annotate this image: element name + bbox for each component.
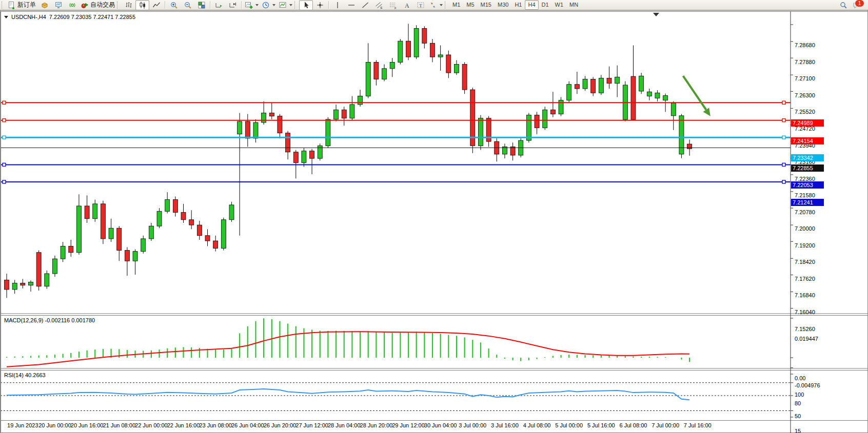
line-drag-handle[interactable] [782,163,785,166]
symbol-dropdown-icon[interactable] [4,16,8,18]
auto-trading-icon [81,1,89,9]
chart-shift-marker[interactable] [653,13,659,16]
candle-body [462,65,467,90]
timeframe-button-h4[interactable]: H4 [525,0,538,10]
zoom-out-icon [184,1,192,9]
signals-button[interactable] [65,0,79,10]
candle-body [342,110,346,118]
periods-button[interactable] [260,0,277,10]
chart-title: USDCNH-,H4 7.22609 7.23035 7.22471 7.228… [4,14,135,20]
time-axis-label: 21 Jun 08:00 [103,422,135,428]
toolbar-grip[interactable] [117,2,120,9]
zoom-out-button[interactable] [181,0,194,10]
text-icon: A [403,1,411,9]
time-axis-label: 5 Jul 16:00 [587,422,615,428]
notification-badge[interactable]: 1 [855,0,864,7]
bar-chart-type-button[interactable] [122,0,135,10]
line-drag-handle[interactable] [782,136,785,139]
vertical-line-tool-button[interactable] [330,0,344,10]
candle-body [245,121,250,138]
notifications-button[interactable]: 1 [850,0,864,10]
line-drag-handle[interactable] [3,101,6,104]
toolbar-grip[interactable] [294,2,298,9]
candle-body [438,55,443,57]
tile-windows-button[interactable] [194,0,208,10]
toolbar-grip[interactable] [445,2,448,9]
market-watch-button[interactable] [51,0,65,10]
line-drag-handle[interactable] [3,136,6,139]
horizontal-line-tool-button[interactable] [344,0,358,10]
candle-body [382,69,387,79]
price-tag-7.24989[interactable]: 7.24989 [791,119,824,127]
candle-body [631,76,636,119]
price-tick-label: 7.20000 [795,225,815,232]
candle-body [45,274,49,286]
trendline-tool-button[interactable] [358,0,372,10]
price-tick-label: 7.17620 [795,276,815,282]
chart-shift-button[interactable] [226,0,240,10]
price-tag-7.23342[interactable]: 7.23342 [791,154,824,161]
channel-icon: E [375,1,383,9]
svg-text:E: E [380,6,382,9]
line-drag-handle[interactable] [3,119,6,122]
rsi-value: 40.2663 [25,372,46,378]
templates-button[interactable] [277,0,294,10]
search-button[interactable] [836,0,850,10]
time-axis-label: 28 Jun 20:00 [360,422,393,428]
timeframe-button-mn[interactable]: MN [566,0,581,10]
timeframe-button-m1[interactable]: M1 [449,0,463,10]
tile-windows-icon [198,1,206,9]
line-drag-handle[interactable] [782,180,785,183]
auto-trading-button[interactable]: 自动交易 [79,0,116,10]
candle-body [350,105,354,118]
rsi-name: RSI(14) [4,372,24,378]
timeframe-button-w1[interactable]: W1 [552,0,567,10]
fibonacci-icon: F [389,1,397,9]
time-axis-label: 3 Jul 00:00 [459,422,486,428]
price-tag-7.24154[interactable]: 7.24154 [791,137,824,145]
price-tag-7.22053[interactable]: 7.22053 [791,181,824,189]
candle-body [157,211,162,226]
candle-body [366,62,370,96]
price-tick-label: 7.27100 [795,75,815,81]
indicators-button[interactable] [243,0,260,10]
crosshair-tool-button[interactable] [313,0,327,10]
timeframe-button-m15[interactable]: M15 [478,0,495,10]
macd-axis-label: 0.00 [795,375,805,381]
text-label-tool-button[interactable]: T [413,0,427,10]
zoom-in-button[interactable] [167,0,181,10]
line-chart-type-button[interactable] [149,0,163,10]
price-tag-7.21241[interactable]: 7.21241 [791,199,824,206]
candlestick-chart-type-button[interactable] [135,0,149,10]
fibonacci-tool-button[interactable]: F [386,0,400,10]
auto-scroll-button[interactable] [212,0,226,10]
text-tool-button[interactable]: A [400,0,413,10]
cursor-tool-button[interactable] [299,0,313,10]
line-drag-handle[interactable] [3,163,6,166]
candle-body [510,147,515,155]
auto-scroll-icon [215,1,223,9]
line-drag-handle[interactable] [3,180,6,183]
candle-body [69,246,73,252]
line-drag-handle[interactable] [782,101,785,104]
timeframe-button-m5[interactable]: M5 [463,0,477,10]
chart-canvas[interactable] [1,11,868,433]
time-axis-label: 27 Jun 12:00 [295,422,328,428]
candle-body [358,96,363,105]
chart-window-button[interactable] [37,0,51,10]
candle-body [671,103,676,116]
timeframe-button-m30[interactable]: M30 [495,0,511,10]
equidistant-channel-tool-button[interactable]: E [372,0,386,10]
toolbar-grip[interactable] [2,2,5,9]
candle-body [422,28,427,43]
timeframe-toolbar: M1M5M15M30H1H4D1W1MN [449,0,581,10]
candle-body [101,204,105,239]
timeframe-button-h1[interactable]: H1 [511,0,525,10]
new-order-button[interactable]: 新订单 [6,0,37,10]
candle-body [334,110,339,119]
candle-body [262,113,266,122]
trend-arrow-annotation[interactable] [683,76,706,110]
arrows-tool-button[interactable] [427,0,444,10]
timeframe-button-d1[interactable]: D1 [539,0,552,10]
line-drag-handle[interactable] [782,119,785,122]
